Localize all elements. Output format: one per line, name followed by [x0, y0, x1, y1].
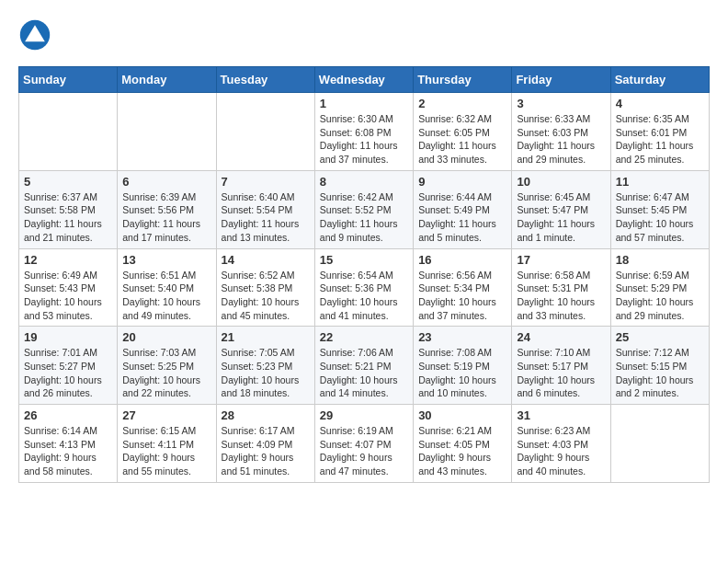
day-number: 8: [320, 175, 408, 189]
day-info: Sunrise: 6:30 AM Sunset: 6:08 PM Dayligh…: [320, 112, 408, 167]
day-info: Sunrise: 6:37 AM Sunset: 5:58 PM Dayligh…: [24, 190, 112, 245]
calendar-cell: 30Sunrise: 6:21 AM Sunset: 4:05 PM Dayli…: [414, 405, 512, 483]
logo-icon: [18, 18, 51, 52]
day-number: 7: [222, 175, 310, 189]
day-info: Sunrise: 6:14 AM Sunset: 4:13 PM Dayligh…: [24, 424, 112, 478]
day-of-week-header: Thursday: [414, 67, 512, 93]
day-number: 17: [517, 253, 605, 267]
day-number: 3: [517, 97, 605, 110]
day-number: 31: [517, 408, 605, 422]
calendar-cell: 28Sunrise: 6:17 AM Sunset: 4:09 PM Dayli…: [216, 405, 314, 483]
calendar-cell: [216, 93, 314, 171]
day-number: 11: [616, 175, 704, 189]
calendar-cell: 2Sunrise: 6:32 AM Sunset: 6:05 PM Daylig…: [414, 93, 512, 171]
calendar-header-row: SundayMondayTuesdayWednesdayThursdayFrid…: [19, 67, 710, 93]
calendar-cell: 23Sunrise: 7:08 AM Sunset: 5:19 PM Dayli…: [414, 327, 512, 405]
calendar-week-row: 19Sunrise: 7:01 AM Sunset: 5:27 PM Dayli…: [19, 327, 710, 405]
day-number: 6: [122, 175, 210, 189]
calendar-cell: 14Sunrise: 6:52 AM Sunset: 5:38 PM Dayli…: [216, 248, 314, 327]
calendar-cell: 31Sunrise: 6:23 AM Sunset: 4:03 PM Dayli…: [512, 405, 610, 483]
day-of-week-header: Sunday: [19, 67, 118, 93]
day-info: Sunrise: 6:58 AM Sunset: 5:31 PM Dayligh…: [517, 269, 605, 323]
day-info: Sunrise: 6:54 AM Sunset: 5:36 PM Dayligh…: [320, 269, 408, 323]
day-number: 4: [616, 97, 704, 110]
day-info: Sunrise: 6:45 AM Sunset: 5:47 PM Dayligh…: [517, 190, 605, 245]
day-info: Sunrise: 6:44 AM Sunset: 5:49 PM Dayligh…: [418, 190, 506, 245]
day-number: 26: [24, 408, 112, 422]
calendar-cell: 20Sunrise: 7:03 AM Sunset: 5:25 PM Dayli…: [118, 327, 216, 405]
day-number: 25: [616, 330, 704, 344]
day-of-week-header: Tuesday: [216, 67, 314, 93]
page-header: [18, 18, 710, 52]
calendar-cell: 4Sunrise: 6:35 AM Sunset: 6:01 PM Daylig…: [610, 93, 709, 171]
calendar-cell: 24Sunrise: 7:10 AM Sunset: 5:17 PM Dayli…: [512, 327, 610, 405]
calendar-cell: 1Sunrise: 6:30 AM Sunset: 6:08 PM Daylig…: [314, 93, 413, 171]
calendar-cell: 27Sunrise: 6:15 AM Sunset: 4:11 PM Dayli…: [118, 405, 216, 483]
calendar-cell: 21Sunrise: 7:05 AM Sunset: 5:23 PM Dayli…: [216, 327, 314, 405]
day-number: 12: [24, 253, 112, 267]
day-info: Sunrise: 6:35 AM Sunset: 6:01 PM Dayligh…: [616, 112, 704, 167]
day-of-week-header: Saturday: [610, 67, 709, 93]
day-number: 27: [122, 408, 210, 422]
day-info: Sunrise: 6:21 AM Sunset: 4:05 PM Dayligh…: [418, 424, 506, 478]
day-number: 15: [320, 253, 408, 267]
calendar-cell: 10Sunrise: 6:45 AM Sunset: 5:47 PM Dayli…: [512, 170, 610, 248]
day-info: Sunrise: 6:23 AM Sunset: 4:03 PM Dayligh…: [517, 424, 605, 478]
day-number: 20: [122, 330, 210, 344]
day-info: Sunrise: 6:51 AM Sunset: 5:40 PM Dayligh…: [122, 269, 210, 323]
calendar-cell: 15Sunrise: 6:54 AM Sunset: 5:36 PM Dayli…: [314, 248, 413, 327]
day-info: Sunrise: 6:47 AM Sunset: 5:45 PM Dayligh…: [616, 190, 704, 245]
calendar-cell: 19Sunrise: 7:01 AM Sunset: 5:27 PM Dayli…: [19, 327, 118, 405]
day-of-week-header: Friday: [512, 67, 610, 93]
calendar-cell: [610, 405, 709, 483]
day-info: Sunrise: 7:01 AM Sunset: 5:27 PM Dayligh…: [24, 346, 112, 400]
calendar-cell: 16Sunrise: 6:56 AM Sunset: 5:34 PM Dayli…: [414, 248, 512, 327]
calendar-cell: 22Sunrise: 7:06 AM Sunset: 5:21 PM Dayli…: [314, 327, 413, 405]
day-info: Sunrise: 6:17 AM Sunset: 4:09 PM Dayligh…: [222, 424, 310, 478]
calendar-cell: [118, 93, 216, 171]
day-number: 29: [320, 408, 408, 422]
day-number: 28: [222, 408, 310, 422]
calendar-table: SundayMondayTuesdayWednesdayThursdayFrid…: [18, 66, 710, 483]
calendar-week-row: 5Sunrise: 6:37 AM Sunset: 5:58 PM Daylig…: [19, 170, 710, 248]
day-info: Sunrise: 6:49 AM Sunset: 5:43 PM Dayligh…: [24, 269, 112, 323]
day-number: 21: [222, 330, 310, 344]
calendar-cell: 13Sunrise: 6:51 AM Sunset: 5:40 PM Dayli…: [118, 248, 216, 327]
day-number: 9: [418, 175, 506, 189]
day-info: Sunrise: 7:12 AM Sunset: 5:15 PM Dayligh…: [616, 346, 704, 400]
calendar-cell: 26Sunrise: 6:14 AM Sunset: 4:13 PM Dayli…: [19, 405, 118, 483]
day-number: 24: [517, 330, 605, 344]
calendar-week-row: 12Sunrise: 6:49 AM Sunset: 5:43 PM Dayli…: [19, 248, 710, 327]
day-info: Sunrise: 7:06 AM Sunset: 5:21 PM Dayligh…: [320, 346, 408, 400]
calendar-cell: 25Sunrise: 7:12 AM Sunset: 5:15 PM Dayli…: [610, 327, 709, 405]
calendar-cell: 3Sunrise: 6:33 AM Sunset: 6:03 PM Daylig…: [512, 93, 610, 171]
day-of-week-header: Wednesday: [314, 67, 413, 93]
calendar-cell: 29Sunrise: 6:19 AM Sunset: 4:07 PM Dayli…: [314, 405, 413, 483]
calendar-cell: 11Sunrise: 6:47 AM Sunset: 5:45 PM Dayli…: [610, 170, 709, 248]
day-info: Sunrise: 6:40 AM Sunset: 5:54 PM Dayligh…: [222, 190, 310, 245]
day-info: Sunrise: 6:39 AM Sunset: 5:56 PM Dayligh…: [122, 190, 210, 245]
day-info: Sunrise: 6:15 AM Sunset: 4:11 PM Dayligh…: [122, 424, 210, 478]
day-info: Sunrise: 6:42 AM Sunset: 5:52 PM Dayligh…: [320, 190, 408, 245]
calendar-cell: 9Sunrise: 6:44 AM Sunset: 5:49 PM Daylig…: [414, 170, 512, 248]
day-number: 19: [24, 330, 112, 344]
day-number: 23: [418, 330, 506, 344]
day-number: 1: [320, 97, 408, 110]
day-info: Sunrise: 7:08 AM Sunset: 5:19 PM Dayligh…: [418, 346, 506, 400]
day-info: Sunrise: 6:52 AM Sunset: 5:38 PM Dayligh…: [222, 269, 310, 323]
calendar-cell: 12Sunrise: 6:49 AM Sunset: 5:43 PM Dayli…: [19, 248, 118, 327]
day-number: 22: [320, 330, 408, 344]
day-number: 14: [222, 253, 310, 267]
calendar-week-row: 26Sunrise: 6:14 AM Sunset: 4:13 PM Dayli…: [19, 405, 710, 483]
day-number: 30: [418, 408, 506, 422]
day-number: 10: [517, 175, 605, 189]
calendar-week-row: 1Sunrise: 6:30 AM Sunset: 6:08 PM Daylig…: [19, 93, 710, 171]
day-number: 2: [418, 97, 506, 110]
day-info: Sunrise: 6:19 AM Sunset: 4:07 PM Dayligh…: [320, 424, 408, 478]
day-number: 16: [418, 253, 506, 267]
day-info: Sunrise: 7:03 AM Sunset: 5:25 PM Dayligh…: [122, 346, 210, 400]
day-info: Sunrise: 6:32 AM Sunset: 6:05 PM Dayligh…: [418, 112, 506, 167]
logo: [18, 18, 57, 52]
day-info: Sunrise: 6:59 AM Sunset: 5:29 PM Dayligh…: [616, 269, 704, 323]
day-info: Sunrise: 6:56 AM Sunset: 5:34 PM Dayligh…: [418, 269, 506, 323]
